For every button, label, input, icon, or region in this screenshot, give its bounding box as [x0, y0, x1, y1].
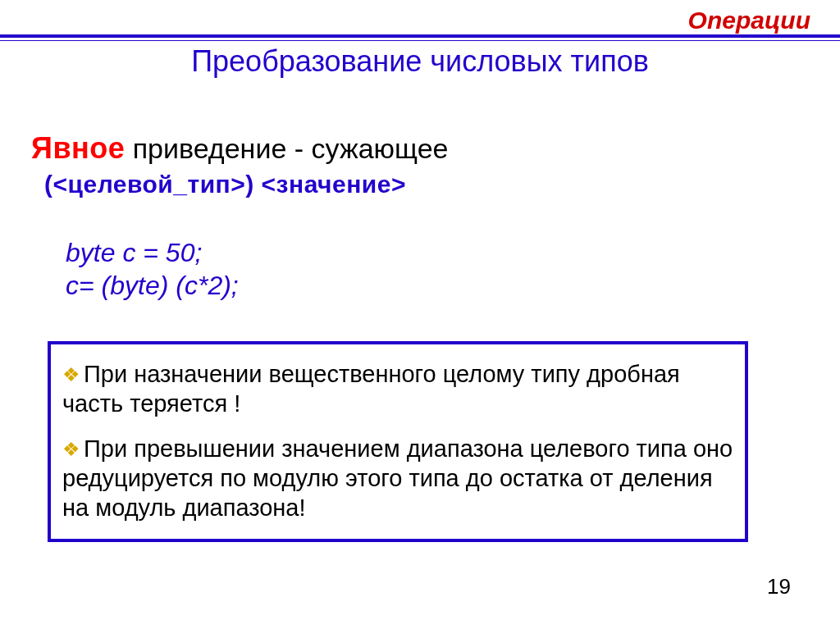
code-example: byte c = 50; c= (byte) (c*2);: [66, 236, 239, 302]
explicit-rest: приведение - сужающее: [125, 133, 448, 164]
keyword-explicit: Явное: [31, 131, 125, 165]
section-label: Операции: [688, 7, 810, 34]
slide: Операции Преобразование числовых типов Я…: [0, 0, 840, 629]
page-number: 19: [767, 574, 791, 599]
header-rule: [0, 34, 840, 41]
code-line-1: byte c = 50;: [66, 236, 239, 269]
note-item: ❖При превышении значением диапазона целе…: [62, 434, 733, 523]
diamond-bullet-icon: ❖: [62, 437, 80, 462]
syntax-template: (<целевой_тип>) <значение>: [44, 171, 406, 198]
diamond-bullet-icon: ❖: [62, 362, 80, 387]
note-text-2: При превышении значением диапазона целев…: [62, 435, 733, 522]
notes-box: ❖При назначении вещественного целому тип…: [48, 341, 748, 542]
slide-title: Преобразование числовых типов: [0, 44, 840, 79]
code-line-2: c= (byte) (c*2);: [66, 269, 239, 302]
note-text-1: При назначении вещественного целому типу…: [62, 361, 680, 417]
note-item: ❖При назначении вещественного целому тип…: [62, 359, 733, 419]
explicit-cast-line: Явное приведение - сужающее: [31, 131, 448, 166]
